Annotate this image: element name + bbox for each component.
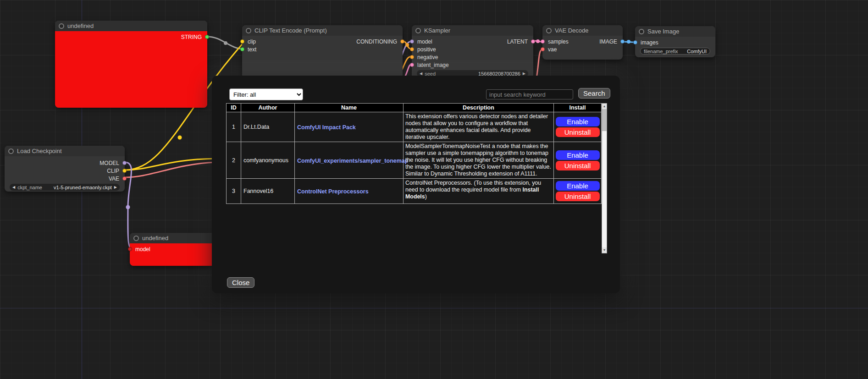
input-slot-vae[interactable]: [541, 47, 545, 51]
cell-description: ControlNet Preprocessors. (To use this e…: [404, 179, 554, 204]
ckpt-name-widget[interactable]: ◀ ckpt_name v1-5-pruned-emaonly.ckpt ▶: [10, 184, 120, 191]
node-header[interactable]: CLIP Text Encode (Prompt): [242, 25, 403, 36]
node-header[interactable]: VAE Decode: [542, 25, 623, 36]
node-undefined-model[interactable]: undefined model: [130, 233, 215, 266]
extensions-table-body: 1 Dr.Lt.Data ComfyUI Impact Pack This ex…: [227, 112, 602, 204]
wire-dot: [178, 136, 182, 140]
table-row: 2 comfyanonymous ComfyUI_experiments/sam…: [227, 142, 602, 179]
output-slot-vae[interactable]: [122, 176, 127, 181]
filename-prefix-widget[interactable]: filename_prefix ComfyUI: [640, 48, 710, 55]
cell-install: Enable Uninstall: [554, 179, 602, 204]
search-input[interactable]: [486, 89, 573, 99]
search-button[interactable]: Search: [578, 88, 610, 99]
output-slot-string[interactable]: [205, 35, 209, 39]
input-label: model: [135, 246, 150, 253]
node-vae-decode[interactable]: VAE Decode samples IMAGE vae: [542, 25, 623, 60]
extension-link[interactable]: ComfyUI_experiments/sampler_tonemap: [297, 158, 408, 164]
input-slot-latent-image[interactable]: [410, 63, 414, 67]
output-slot-clip[interactable]: [122, 169, 127, 173]
output-label: CLIP: [107, 168, 119, 174]
output-slot-model[interactable]: [122, 161, 127, 165]
node-save-image[interactable]: Save Image images filename_prefix ComfyU…: [635, 26, 715, 57]
wire-string-to-text: [207, 37, 244, 49]
input-slot-clip[interactable]: [240, 39, 244, 44]
node-header[interactable]: Save Image: [635, 26, 715, 37]
enable-button[interactable]: Enable: [556, 150, 600, 160]
widget-label: filename_prefix: [644, 49, 678, 54]
node-header[interactable]: undefined: [55, 21, 207, 31]
filter-select[interactable]: Filter: all: [229, 88, 303, 100]
input-label: positive: [417, 46, 436, 53]
header-install: Install: [554, 104, 602, 112]
wire-vae-out: [125, 162, 216, 177]
input-label: vae: [548, 46, 557, 53]
output-label: CONDITIONING: [356, 38, 397, 45]
widget-value: ComfyUI: [687, 49, 707, 54]
collapse-dot-icon[interactable]: [246, 28, 251, 33]
scrollbar-down-icon[interactable]: ▼: [602, 247, 607, 253]
node-undefined-string[interactable]: undefined STRING: [55, 21, 207, 108]
output-label: VAE: [109, 176, 119, 182]
collapse-dot-icon[interactable]: [59, 23, 64, 29]
output-slot-latent[interactable]: [531, 39, 535, 44]
node-title: Save Image: [647, 28, 679, 35]
collapse-dot-icon[interactable]: [133, 236, 139, 241]
output-slot-image[interactable]: [620, 39, 625, 44]
scrollbar-up-icon[interactable]: ▲: [602, 104, 607, 109]
extensions-table-wrap: ID Author Name Description Install 1 Dr.…: [226, 103, 607, 253]
input-slot-text[interactable]: [240, 47, 244, 51]
node-title: Load Checkpoint: [17, 148, 62, 154]
input-slot-model[interactable]: [410, 39, 414, 44]
collapse-dot-icon[interactable]: [639, 29, 644, 34]
next-arrow-icon[interactable]: ▶: [114, 185, 117, 189]
cell-id: 1: [227, 112, 241, 142]
wire-dot: [224, 41, 227, 45]
wire-dot: [536, 39, 540, 43]
cell-id: 2: [227, 142, 241, 179]
collapse-dot-icon[interactable]: [8, 148, 14, 154]
extension-link[interactable]: ComfyUI Impact Pack: [297, 124, 356, 131]
widget-label: ckpt_name: [17, 185, 42, 190]
cell-description: This extension offers various detector n…: [404, 112, 554, 142]
output-slot-conditioning[interactable]: [400, 39, 404, 44]
uninstall-button[interactable]: Uninstall: [556, 161, 600, 170]
input-slot-positive[interactable]: [410, 47, 414, 51]
output-label: STRING: [181, 34, 202, 40]
extensions-table: ID Author Name Description Install 1 Dr.…: [226, 103, 602, 204]
table-scrollbar[interactable]: ▲ ▼: [602, 103, 607, 253]
header-name: Name: [295, 104, 404, 112]
input-slot-images[interactable]: [633, 40, 637, 44]
uninstall-button[interactable]: Uninstall: [556, 192, 600, 201]
input-label: model: [417, 38, 432, 45]
cell-description: ModelSamplerTonemapNoiseTest a node that…: [404, 142, 554, 179]
input-label: clip: [248, 38, 256, 45]
input-slot-model[interactable]: [128, 247, 132, 251]
collapse-dot-icon[interactable]: [415, 28, 421, 33]
node-header[interactable]: KSampler: [412, 25, 533, 36]
uninstall-button[interactable]: Uninstall: [556, 127, 600, 137]
wire-dot: [627, 40, 630, 44]
cell-id: 3: [227, 179, 241, 204]
node-header[interactable]: Load Checkpoint: [5, 146, 125, 156]
input-label: latent_image: [417, 62, 449, 68]
input-slot-samples[interactable]: [541, 39, 545, 44]
increment-arrow-icon[interactable]: ▶: [523, 71, 525, 76]
node-header[interactable]: undefined: [130, 233, 215, 243]
table-row: 1 Dr.Lt.Data ComfyUI Impact Pack This ex…: [227, 112, 602, 142]
scrollbar-thumb[interactable]: [602, 109, 607, 131]
canvas-axis-horizontal: [0, 308, 868, 308]
cell-install: Enable Uninstall: [554, 142, 602, 179]
enable-button[interactable]: Enable: [556, 117, 600, 126]
input-slot-negative[interactable]: [410, 55, 414, 59]
collapse-dot-icon[interactable]: [546, 28, 552, 33]
node-title: undefined: [67, 22, 94, 29]
node-load-checkpoint[interactable]: Load Checkpoint MODEL CLIP VAE ◀ ckpt_na…: [5, 146, 125, 192]
input-label: negative: [417, 54, 438, 60]
previous-arrow-icon[interactable]: ◀: [12, 185, 15, 189]
extension-link[interactable]: ControlNet Preprocessors: [297, 188, 369, 195]
decrement-arrow-icon[interactable]: ◀: [420, 71, 422, 76]
close-button[interactable]: Close: [227, 277, 254, 288]
output-label: IMAGE: [599, 38, 617, 45]
enable-button[interactable]: Enable: [556, 181, 600, 191]
scrollbar-track[interactable]: [602, 109, 607, 247]
